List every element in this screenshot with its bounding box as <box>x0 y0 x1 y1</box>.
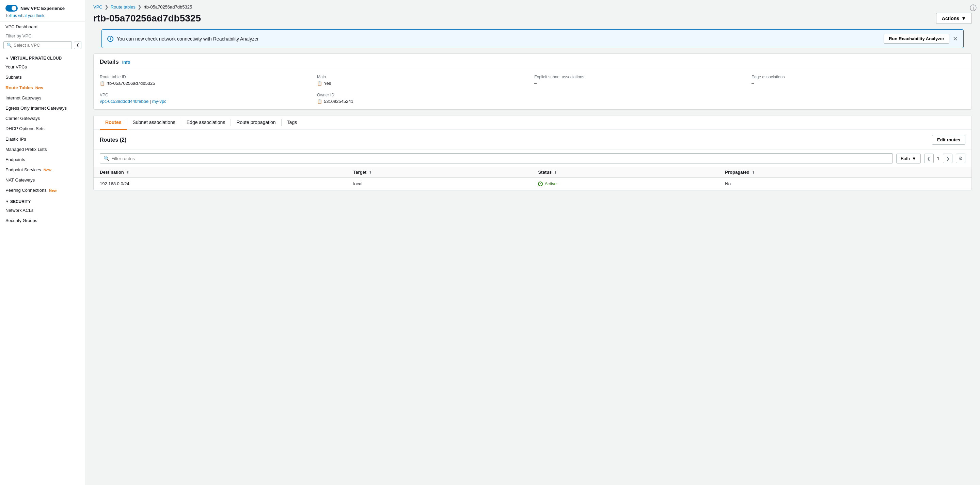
sidebar-item-route-tables[interactable]: Route Tables New <box>0 83 85 93</box>
reachability-banner: i You can now check network connectivity… <box>102 29 964 48</box>
sort-icon-target: ⬍ <box>368 171 372 174</box>
breadcrumb-current: rtb-05a70256ad7db5325 <box>144 5 192 10</box>
security-section-label: SECURITY <box>10 199 31 204</box>
route-table-id-label: Route table ID <box>100 75 313 80</box>
sidebar-item-endpoint-services[interactable]: Endpoint Services New <box>0 165 85 175</box>
routes-filter-input-wrap[interactable]: 🔍 <box>100 153 893 164</box>
routes-dropdown-button[interactable]: Both ▼ <box>896 154 921 164</box>
content-area: i You can now check network connectivity… <box>85 29 980 199</box>
routes-dropdown-label: Both <box>900 156 910 161</box>
sidebar-item-internet-gateways[interactable]: Internet Gateways <box>0 93 85 103</box>
sort-icon-destination: ⬍ <box>125 171 129 174</box>
breadcrumb-route-tables[interactable]: Route tables <box>111 5 135 10</box>
sidebar-item-egress-only[interactable]: Egress Only Internet Gateways <box>0 103 85 113</box>
sidebar-collapse-button[interactable]: ❮ <box>74 41 81 49</box>
next-page-button[interactable]: ❯ <box>943 154 952 163</box>
details-card: Details Info Route table ID 📋 rtb-05a702… <box>93 54 972 110</box>
tab-tags[interactable]: Tags <box>282 116 303 130</box>
sidebar-item-elastic-ips[interactable]: Elastic IPs <box>0 134 85 145</box>
routes-table-header-row: Destination ⬍Target ⬍Status ⬍Propagated … <box>94 167 972 178</box>
actions-label: Actions <box>942 16 959 21</box>
sidebar-vpc-items: Your VPCsSubnetsRoute Tables NewInternet… <box>0 62 85 196</box>
banner-left: i You can now check network connectivity… <box>107 36 259 42</box>
details-card-header: Details Info <box>94 54 972 69</box>
routes-subsection: Routes (2) Edit routes 🔍 Both ▼ <box>94 130 972 190</box>
banner-close-button[interactable]: ✕ <box>953 36 958 42</box>
tab-edge-associations[interactable]: Edge associations <box>181 116 231 130</box>
vpc-value: vpc-0c538dddd440febbe | my-vpc <box>100 99 313 104</box>
explicit-subnet-label: Explicit subnet associations <box>534 75 748 80</box>
routes-table-header: Destination ⬍Target ⬍Status ⬍Propagated … <box>94 167 972 178</box>
edge-associations-label: Edge associations <box>751 75 966 80</box>
filter-by-vpc-row: Filter by VPC: <box>0 32 85 41</box>
detail-route-table-id: Route table ID 📋 rtb-05a70256ad7db5325 <box>100 75 313 86</box>
breadcrumb-sep-1: ❯ <box>105 4 109 10</box>
col-header-propagated[interactable]: Propagated ⬍ <box>719 167 972 178</box>
sort-icon-propagated: ⬍ <box>751 171 754 174</box>
cell-destination: 192.168.0.0/24 <box>94 178 347 190</box>
sidebar-item-security-groups[interactable]: Security Groups <box>0 216 85 226</box>
vpc-filter-search[interactable]: 🔍 <box>3 41 72 49</box>
edit-routes-button[interactable]: Edit routes <box>932 135 966 145</box>
routes-table-body: 192.168.0.0/24localActiveNo <box>94 178 972 190</box>
new-vpc-toggle[interactable] <box>5 5 18 11</box>
vpc-link[interactable]: vpc-0c538dddd440febbe | my-vpc <box>100 99 167 104</box>
top-right-info-icon[interactable]: ⓘ <box>970 3 977 13</box>
vpc-section-caret: ▼ <box>5 57 9 60</box>
sidebar-item-carrier-gateways[interactable]: Carrier Gateways <box>0 113 85 124</box>
sidebar-item-subnets[interactable]: Subnets <box>0 72 85 83</box>
security-section-caret: ▼ <box>5 200 9 204</box>
col-header-destination[interactable]: Destination ⬍ <box>94 167 347 178</box>
run-reachability-button[interactable]: Run Reachability Analyzer <box>884 34 949 44</box>
sidebar-item-managed-prefix[interactable]: Managed Prefix Lists <box>0 145 85 154</box>
details-info-link[interactable]: Info <box>122 60 130 65</box>
explicit-subnet-value: – <box>534 81 748 86</box>
main-value: 📋 Yes <box>317 81 531 86</box>
sidebar-item-peering-connections[interactable]: Peering Connections New <box>0 185 85 196</box>
sidebar-item-dhcp-options[interactable]: DHCP Options Sets <box>0 124 85 134</box>
toggle-link[interactable]: Tell us what you think <box>5 13 44 18</box>
sidebar: New VPC Experience Tell us what you thin… <box>0 0 85 485</box>
sort-icon-status: ⬍ <box>553 171 557 174</box>
owner-id-value: 📋 531092545241 <box>317 99 531 104</box>
sidebar-item-network-acls[interactable]: Network ACLs <box>0 205 85 216</box>
routes-filter-input[interactable] <box>111 156 889 161</box>
prev-page-button[interactable]: ❮ <box>924 154 934 163</box>
tab-routes[interactable]: Routes <box>100 116 127 130</box>
tab-route-propagation[interactable]: Route propagation <box>231 116 281 130</box>
banner-text: You can now check network connectivity w… <box>117 36 259 41</box>
copy-icon-route-id[interactable]: 📋 <box>100 81 105 86</box>
page-number: 1 <box>935 156 942 161</box>
vpc-section-header[interactable]: ▼ VIRTUAL PRIVATE CLOUD <box>0 52 85 62</box>
vpc-filter-input[interactable] <box>14 43 69 48</box>
sidebar-item-vpc-dashboard[interactable]: VPC Dashboard <box>0 22 85 32</box>
routes-dropdown-icon: ▼ <box>912 156 916 161</box>
main-value-text: Yes <box>324 81 331 86</box>
cell-propagated: No <box>719 178 972 190</box>
routes-search-icon: 🔍 <box>103 156 109 161</box>
cell-status: Active <box>532 178 719 190</box>
sidebar-toggle-area: New VPC Experience Tell us what you thin… <box>0 0 85 22</box>
col-header-target[interactable]: Target ⬍ <box>347 167 532 178</box>
vpc-label: VPC <box>100 93 313 97</box>
breadcrumb: VPC ❯ Route tables ❯ rtb-05a70256ad7db53… <box>93 4 972 10</box>
sidebar-item-nat-gateways[interactable]: NAT Gateways <box>0 175 85 185</box>
owner-id-label: Owner ID <box>317 93 531 97</box>
actions-button[interactable]: Actions ▼ <box>936 13 972 24</box>
col-header-status[interactable]: Status ⬍ <box>532 167 719 178</box>
vpc-section-label: VIRTUAL PRIVATE CLOUD <box>10 56 62 60</box>
routes-section: RoutesSubnet associationsEdge associatio… <box>93 115 972 191</box>
sidebar-item-your-vpcs[interactable]: Your VPCs <box>0 62 85 72</box>
sidebar-item-endpoints[interactable]: Endpoints <box>0 154 85 165</box>
copy-icon-owner[interactable]: 📋 <box>317 99 322 104</box>
copy-icon-main[interactable]: 📋 <box>317 81 322 86</box>
sidebar-security-items: Network ACLsSecurity Groups <box>0 205 85 226</box>
detail-explicit-subnet: Explicit subnet associations – <box>534 75 748 86</box>
breadcrumb-vpc[interactable]: VPC <box>93 5 102 10</box>
owner-id-text: 531092545241 <box>324 99 353 104</box>
security-section-header[interactable]: ▼ SECURITY <box>0 196 85 205</box>
tab-subnet-associations[interactable]: Subnet associations <box>127 116 180 130</box>
actions-dropdown-icon: ▼ <box>961 16 966 21</box>
routes-table: Destination ⬍Target ⬍Status ⬍Propagated … <box>94 167 972 190</box>
table-settings-button[interactable]: ⚙ <box>956 154 966 163</box>
